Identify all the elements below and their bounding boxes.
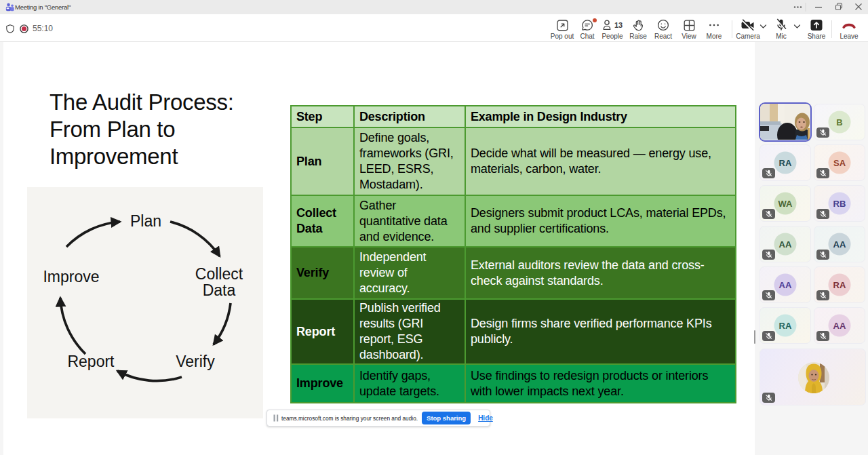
svg-text:Data: Data: [203, 281, 236, 299]
svg-text:Report: Report: [67, 353, 115, 370]
svg-text:Verify: Verify: [176, 353, 215, 370]
svg-text:Collect: Collect: [195, 265, 243, 283]
svg-text:Plan: Plan: [130, 212, 161, 230]
svg-text:Improve: Improve: [43, 268, 99, 285]
